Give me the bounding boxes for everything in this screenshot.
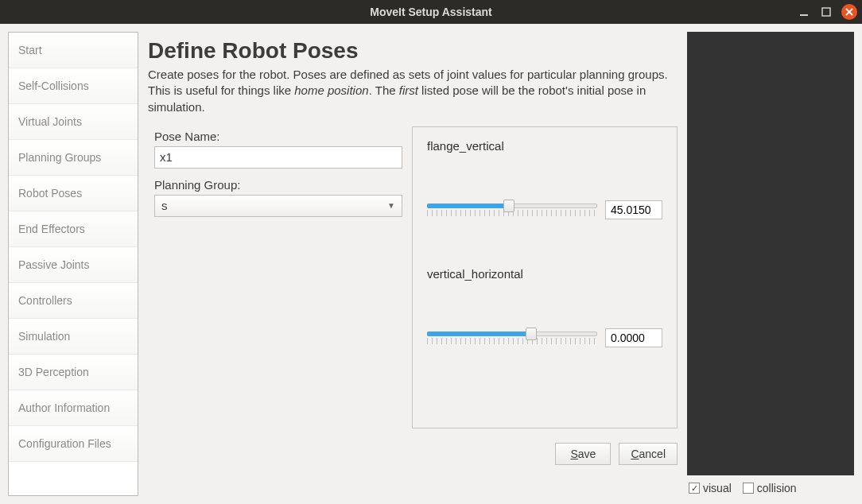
slider-handle-icon[interactable] [503, 200, 514, 212]
planning-group-value: s [161, 199, 168, 212]
sidebar-item-label: Robot Poses [18, 187, 82, 200]
sidebar-item-start[interactable]: Start [9, 33, 138, 68]
sidebar-item-controllers[interactable]: Controllers [9, 283, 138, 319]
cancel-button-rest: ancel [639, 448, 666, 460]
svg-rect-1 [822, 8, 830, 16]
page-title: Define Robot Poses [148, 38, 678, 64]
page-description: Create poses for the robot. Poses are de… [148, 67, 673, 115]
sidebar-item-label: Passive Joints [18, 258, 89, 271]
pose-name-input[interactable] [154, 146, 402, 169]
save-button[interactable]: Save [555, 443, 611, 465]
joint-label: vertical_horizontal [427, 267, 662, 281]
main-panel: Define Robot Poses Create poses for the … [145, 32, 681, 496]
joint-sliders-panel: flange_vertical vertical_h [412, 126, 678, 428]
planning-group-select[interactable]: s ▼ [154, 195, 402, 217]
robot-3d-preview[interactable] [687, 32, 854, 475]
sidebar-item-simulation[interactable]: Simulation [9, 319, 138, 355]
sidebar-item-label: Controllers [18, 294, 72, 307]
joint-value-vertical-horizontal[interactable] [605, 328, 662, 347]
planning-group-label: Planning Group: [154, 178, 402, 192]
maximize-button[interactable] [819, 5, 833, 19]
minimize-button[interactable] [797, 5, 811, 19]
sidebar-item-passive-joints[interactable]: Passive Joints [9, 247, 138, 283]
pose-name-label: Pose Name: [154, 130, 402, 143]
save-button-rest: ave [578, 448, 596, 460]
sidebar-item-label: 3D Perception [18, 366, 89, 378]
sidebar-item-label: Start [18, 44, 42, 56]
window-title: MoveIt Setup Assistant [370, 6, 492, 18]
checkbox-icon [743, 483, 754, 494]
collision-checkbox[interactable]: collision [743, 482, 797, 494]
titlebar: MoveIt Setup Assistant [0, 0, 862, 24]
sidebar-item-end-effectors[interactable]: End Effectors [9, 211, 138, 247]
sidebar-item-label: Simulation [18, 330, 70, 343]
sidebar-item-label: Virtual Joints [18, 115, 82, 128]
close-button[interactable] [841, 4, 857, 20]
sidebar-item-label: Planning Groups [18, 151, 101, 164]
sidebar-item-3d-perception[interactable]: 3D Perception [9, 355, 138, 390]
sidebar-item-label: Configuration Files [18, 437, 111, 450]
sidebar-item-label: End Effectors [18, 223, 85, 235]
sidebar-item-virtual-joints[interactable]: Virtual Joints [9, 104, 138, 140]
joint-value-flange-vertical[interactable] [605, 200, 662, 219]
collision-checkbox-label: collision [757, 482, 797, 494]
chevron-down-icon: ▼ [387, 201, 395, 210]
sidebar-item-label: Author Information [18, 401, 110, 414]
slider-handle-icon[interactable] [526, 328, 537, 340]
visual-checkbox[interactable]: ✓ visual [689, 482, 732, 494]
sidebar-item-label: Self-Collisions [18, 79, 89, 92]
sidebar-item-author-information[interactable]: Author Information [9, 390, 138, 426]
joint-slider-flange-vertical[interactable] [427, 200, 597, 219]
cancel-button[interactable]: Cancel [619, 443, 678, 465]
visual-checkbox-label: visual [703, 482, 732, 494]
sidebar-item-robot-poses[interactable]: Robot Poses [9, 176, 138, 211]
joint-slider-vertical-horizontal[interactable] [427, 328, 597, 347]
pose-form: Pose Name: Planning Group: s ▼ [148, 126, 402, 217]
sidebar-item-planning-groups[interactable]: Planning Groups [9, 140, 138, 176]
sidebar-item-self-collisions[interactable]: Self-Collisions [9, 68, 138, 104]
checkbox-icon: ✓ [689, 483, 700, 494]
sidebar: Start Self-Collisions Virtual Joints Pla… [8, 32, 138, 496]
joint-label: flange_vertical [427, 139, 662, 153]
sidebar-item-configuration-files[interactable]: Configuration Files [9, 426, 138, 462]
